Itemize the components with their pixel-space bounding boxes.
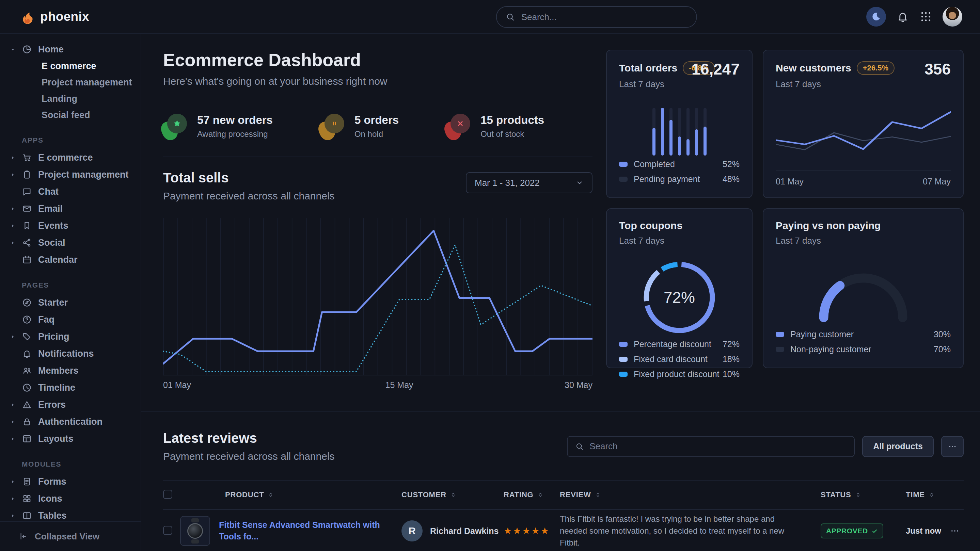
status-badge: APPROVED	[821, 524, 883, 538]
sidebar-item-landing[interactable]: Landing	[7, 91, 134, 107]
moon-icon	[871, 11, 881, 22]
total-orders-card: Total orders -6.8% Last 7 days 16,247 Co…	[606, 50, 752, 198]
search-icon	[575, 442, 584, 451]
stat-out-of-stock: 15 products Out of stock	[446, 114, 544, 139]
sidebar-item-calendar[interactable]: Calendar	[7, 251, 134, 268]
warning-icon	[22, 400, 38, 410]
bar	[678, 108, 681, 156]
sidebar-item-notifications[interactable]: Notifications	[7, 345, 134, 362]
sidebar-item-pricing[interactable]: Pricing	[7, 328, 134, 345]
top-navbar: phoenix	[0, 0, 980, 34]
sidebar-item-social[interactable]: Social	[7, 234, 134, 251]
reviews-search[interactable]	[567, 436, 855, 457]
sidebar-item-e-commerce-home[interactable]: E commerce	[7, 58, 134, 74]
select-all-checkbox[interactable]	[163, 490, 172, 499]
pause-icon	[325, 114, 344, 133]
layout-icon	[22, 433, 38, 444]
check-icon	[871, 528, 878, 534]
column-status[interactable]: STATUS	[821, 491, 906, 499]
pie-chart-icon	[22, 44, 38, 54]
global-search-input[interactable]	[521, 12, 687, 22]
sidebar-item-authentication[interactable]: Authentication	[7, 413, 134, 430]
grid-icon	[22, 494, 38, 504]
reviews-search-input[interactable]	[589, 441, 846, 452]
sidebar-item-members[interactable]: Members	[7, 362, 134, 379]
theme-toggle-button[interactable]	[866, 7, 886, 27]
global-search[interactable]	[496, 6, 697, 28]
product-link[interactable]: Fitbit Sense Advanced Smartwatch with To…	[219, 519, 401, 543]
caret-right-icon	[10, 334, 22, 339]
sidebar-item-forms[interactable]: Forms	[7, 473, 134, 490]
brand-name: phoenix	[40, 10, 89, 24]
bar	[661, 108, 664, 156]
page-title: Ecommerce Dashboard	[163, 50, 592, 70]
latest-reviews-title: Latest reviews	[163, 430, 335, 446]
reviews-more-button[interactable]	[941, 436, 964, 457]
sidebar-nav: Home E commerce Project management Landi…	[0, 34, 141, 521]
bell-icon	[896, 10, 909, 23]
sidebar-item-email[interactable]: Email	[7, 200, 134, 217]
column-review[interactable]: REVIEW	[560, 491, 821, 499]
donut-center-label: 72%	[640, 258, 719, 337]
star-icon	[167, 114, 187, 133]
reviews-table-header: PRODUCT CUSTOMER RATING REVIEW S	[163, 480, 964, 510]
total-sells-x-axis: 01 May 15 May 30 May	[163, 380, 592, 394]
sidebar-item-tables[interactable]: Tables	[7, 507, 134, 521]
bell-icon	[22, 348, 38, 359]
total-sells-subtitle: Payment received across all channels	[163, 190, 335, 202]
row-actions-button[interactable]	[950, 526, 959, 536]
section-label-modules: MODULES	[7, 460, 134, 468]
sidebar-item-timeline[interactable]: Timeline	[7, 379, 134, 396]
date-range-select[interactable]: Mar 1 - 31, 2022	[466, 172, 592, 193]
bar	[686, 108, 690, 156]
sidebar-item-events[interactable]: Events	[7, 217, 134, 234]
bookmark-icon	[22, 221, 38, 231]
bar	[652, 108, 655, 156]
sidebar-item-project-management[interactable]: Project management	[7, 166, 134, 183]
sidebar-item-layouts[interactable]: Layouts	[7, 430, 134, 447]
share-icon	[22, 238, 38, 248]
user-avatar[interactable]	[943, 7, 962, 27]
collapsed-view-toggle[interactable]: Collapsed View	[0, 521, 141, 551]
review-text: This Fitbit is fantastic! I was trying t…	[560, 513, 821, 549]
column-product[interactable]: PRODUCT	[180, 491, 401, 499]
sidebar-item-errors[interactable]: Errors	[7, 396, 134, 413]
sidebar-item-e-commerce[interactable]: E commerce	[7, 149, 134, 166]
latest-reviews-section: Latest reviews Payment received across a…	[141, 411, 980, 551]
top-coupons-legend: Percentage discount 72% Fixed card disco…	[619, 337, 740, 381]
total-orders-value: 16,247	[692, 60, 740, 78]
brand[interactable]: phoenix	[19, 9, 89, 24]
collapse-arrow-icon	[18, 532, 28, 541]
caret-right-icon	[10, 513, 22, 518]
sort-icon	[537, 491, 544, 498]
sidebar-item-social-feed[interactable]: Social feed	[7, 107, 134, 123]
paying-vs-nonpaying-card: Paying vs non paying Last 7 days Paying …	[763, 208, 964, 368]
stat-new-orders: 57 new orders Awating processing	[163, 114, 273, 139]
column-customer[interactable]: CUSTOMER	[401, 491, 504, 499]
sidebar-item-faq[interactable]: Faq	[7, 311, 134, 328]
sidebar-item-chat[interactable]: Chat	[7, 183, 134, 200]
sidebar-item-home[interactable]: Home	[7, 41, 134, 58]
caret-right-icon	[10, 479, 22, 484]
caret-right-icon	[10, 402, 22, 407]
all-products-button[interactable]: All products	[862, 436, 934, 457]
sidebar-item-icons[interactable]: Icons	[7, 490, 134, 507]
column-time[interactable]: TIME	[906, 491, 950, 499]
main-content: Ecommerce Dashboard Here's what's going …	[141, 34, 980, 551]
calendar-icon	[22, 254, 38, 265]
column-rating[interactable]: RATING	[504, 491, 560, 499]
stat-orders-on-hold: 5 orders On hold	[320, 114, 399, 139]
new-customers-chart	[776, 107, 951, 160]
notifications-button[interactable]	[896, 10, 909, 23]
review-time: Just now	[906, 526, 950, 536]
caret-right-icon	[10, 240, 22, 245]
sort-icon	[267, 491, 274, 498]
sidebar-item-starter[interactable]: Starter	[7, 294, 134, 311]
apps-grid-button[interactable]	[920, 10, 932, 23]
top-coupons-donut-chart: 72%	[640, 258, 719, 337]
section-label-pages: PAGES	[7, 281, 134, 289]
rating-stars: ★★★★★	[504, 526, 560, 537]
sidebar-item-project-management-home[interactable]: Project management	[7, 74, 134, 91]
row-checkbox[interactable]	[163, 526, 172, 535]
customer-name: Richard Dawkins	[430, 526, 498, 536]
